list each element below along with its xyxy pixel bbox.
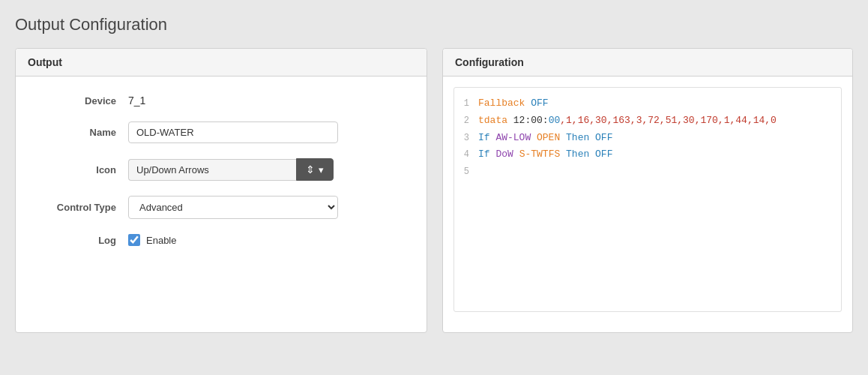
configuration-body: 1Fallback OFF2tdata 12:00:00,1,16,30,163… <box>443 76 852 322</box>
code-token: If <box>478 148 490 160</box>
code-line: 4If DoW S-TWTFS Then OFF <box>454 146 841 164</box>
code-block: 1Fallback OFF2tdata 12:00:00,1,16,30,163… <box>453 87 842 312</box>
code-token: If <box>478 132 490 143</box>
log-label: Log <box>31 235 128 246</box>
code-token: OPEN <box>531 132 560 143</box>
line-number: 1 <box>454 96 478 112</box>
page-title: Output Configuration <box>15 15 853 34</box>
line-number: 2 <box>454 113 478 129</box>
control-type-select[interactable]: Advanced Basic Timer <box>128 196 338 219</box>
code-token: Then <box>560 132 589 143</box>
code-token: ,1,16,30,163,3,72,51,30,170,1,44,14,0 <box>560 115 777 126</box>
log-enable-label[interactable]: Enable <box>146 235 176 246</box>
device-value: 7_1 <box>128 94 145 106</box>
updown-arrow-icon: ⇕ <box>306 164 315 176</box>
line-content: tdata 12:00:00,1,16,30,163,3,72,51,30,17… <box>478 113 841 129</box>
line-content: If AW-LOW OPEN Then OFF <box>478 130 841 146</box>
code-line: 5 <box>454 164 841 180</box>
output-panel: Output Device 7_1 Name Icon <box>15 48 427 333</box>
icon-picker-button[interactable]: ⇕ ▾ <box>296 158 334 181</box>
device-row: Device 7_1 <box>31 94 412 106</box>
name-label: Name <box>31 127 128 138</box>
configuration-panel: Configuration 1Fallback OFF2tdata 12:00:… <box>442 48 853 333</box>
code-token: OFF <box>525 98 548 109</box>
code-token: Fallback <box>478 98 525 109</box>
icon-selector: ⇕ ▾ <box>128 158 334 181</box>
line-number: 3 <box>454 130 478 146</box>
name-input[interactable] <box>128 122 338 143</box>
code-token: OFF <box>589 132 612 143</box>
device-label: Device <box>31 95 128 106</box>
code-token: 12:00: <box>507 115 549 126</box>
code-token: OFF <box>589 148 612 160</box>
code-line: 1Fallback OFF <box>454 95 841 112</box>
code-token: 00 <box>549 115 561 126</box>
control-type-row: Control Type Advanced Basic Timer <box>31 196 412 219</box>
code-token: S-TWTFS <box>513 148 560 160</box>
output-panel-body: Device 7_1 Name Icon ⇕ ▾ <box>16 76 427 279</box>
log-checkbox-row: Enable <box>128 234 176 246</box>
line-content <box>478 164 841 179</box>
page-wrapper: Output Configuration Output Device 7_1 N… <box>15 15 853 333</box>
configuration-panel-header: Configuration <box>443 49 852 76</box>
icon-text-input[interactable] <box>128 159 296 181</box>
code-token: DoW <box>490 148 513 160</box>
panels-container: Output Device 7_1 Name Icon <box>15 48 853 333</box>
code-line: 2tdata 12:00:00,1,16,30,163,3,72,51,30,1… <box>454 112 841 130</box>
code-token: Then <box>560 148 589 160</box>
code-token: tdata <box>478 115 507 126</box>
name-row: Name <box>31 122 412 143</box>
line-content: If DoW S-TWTFS Then OFF <box>478 147 841 163</box>
line-number: 4 <box>454 147 478 163</box>
icon-dropdown-arrow: ▾ <box>319 164 324 176</box>
code-line: 3If AW-LOW OPEN Then OFF <box>454 130 841 147</box>
control-type-label: Control Type <box>31 202 128 213</box>
log-enable-checkbox[interactable] <box>128 234 140 246</box>
icon-row: Icon ⇕ ▾ <box>31 158 412 181</box>
line-number: 5 <box>454 164 478 179</box>
line-content: Fallback OFF <box>478 96 841 112</box>
icon-label: Icon <box>31 164 128 176</box>
code-token: AW-LOW <box>490 132 531 143</box>
output-panel-header: Output <box>16 49 427 76</box>
log-row: Log Enable <box>31 234 412 246</box>
